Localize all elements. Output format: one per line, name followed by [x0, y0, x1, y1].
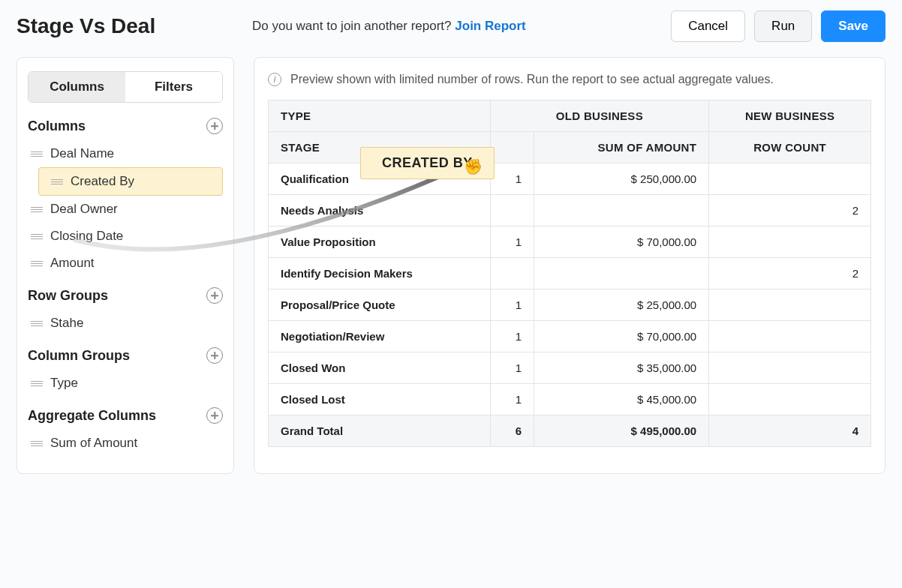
section-rowgroups-label: Row Groups — [28, 288, 108, 304]
grip-icon — [31, 207, 43, 212]
save-button[interactable]: Save — [821, 10, 885, 42]
join-prompt: Do you want to join another report? Join… — [252, 19, 526, 34]
page-title: Stage Vs Deal — [17, 14, 242, 38]
preview-panel: i Preview shown with limited number of r… — [254, 57, 885, 474]
aggcol-item[interactable]: Sum of Amount — [28, 430, 223, 457]
th-sum: SUM OF AMOUNT — [534, 132, 709, 164]
add-column-button[interactable] — [206, 118, 223, 134]
grip-icon — [31, 234, 43, 239]
column-item[interactable]: Closing Date — [28, 223, 223, 250]
report-table: TYPE OLD BUSINESS NEW BUSINESS STAGE SUM… — [268, 100, 871, 447]
grip-icon — [31, 261, 43, 266]
th-old-business: OLD BUSINESS — [490, 100, 709, 132]
section-aggcols-label: Aggregate Columns — [28, 408, 156, 424]
table-row: Closed Lost1$ 45,000.00 — [269, 384, 871, 416]
table-row: Proposal/Price Quote1$ 25,000.00 — [269, 290, 871, 321]
section-columns-label: Columns — [28, 118, 86, 134]
table-row: Closed Won1$ 35,000.00 — [269, 352, 871, 384]
config-sidebar: Columns Filters Columns Deal Name Create… — [17, 57, 234, 474]
table-row: Identify Decision Makers2 — [269, 258, 871, 290]
cancel-button[interactable]: Cancel — [671, 10, 745, 42]
preview-info-text: Preview shown with limited number of row… — [290, 73, 774, 86]
table-row-grandtotal: Grand Total6$ 495,000.004 — [269, 416, 871, 447]
sidebar-tabs: Columns Filters — [28, 71, 223, 103]
add-aggcol-button[interactable] — [206, 407, 223, 424]
table-row: Qualification1$ 250,000.00 — [269, 164, 871, 195]
grip-icon — [31, 381, 43, 386]
th-new-business: NEW BUSINESS — [709, 100, 871, 132]
grip-icon — [31, 152, 43, 157]
th-blank — [490, 132, 534, 164]
table-row: Needs Analysis2 — [269, 195, 871, 226]
th-rowcount: ROW COUNT — [709, 132, 871, 164]
table-row: Value Proposition1$ 70,000.00 — [269, 226, 871, 258]
table-row: Negotiation/Review1$ 70,000.00 — [269, 321, 871, 352]
add-colgroup-button[interactable] — [206, 347, 223, 364]
th-stage: STAGE — [269, 132, 491, 164]
column-item[interactable]: Deal Name — [28, 140, 223, 167]
grip-icon — [31, 321, 43, 326]
run-button[interactable]: Run — [754, 10, 812, 42]
tab-columns[interactable]: Columns — [29, 72, 125, 102]
add-rowgroup-button[interactable] — [206, 287, 223, 304]
grip-icon — [31, 441, 43, 446]
section-colgroups-label: Column Groups — [28, 348, 130, 364]
grip-icon — [51, 179, 63, 184]
th-type: TYPE — [269, 100, 491, 132]
column-item[interactable]: Deal Owner — [28, 196, 223, 223]
tab-filters[interactable]: Filters — [125, 72, 222, 102]
column-item-selected[interactable]: Created By — [38, 167, 223, 196]
column-item[interactable]: Amount — [28, 250, 223, 277]
colgroup-item[interactable]: Type — [28, 370, 223, 397]
rowgroup-item[interactable]: Stahe — [28, 310, 223, 337]
info-icon: i — [268, 73, 281, 86]
join-report-link[interactable]: Join Report — [455, 19, 525, 33]
